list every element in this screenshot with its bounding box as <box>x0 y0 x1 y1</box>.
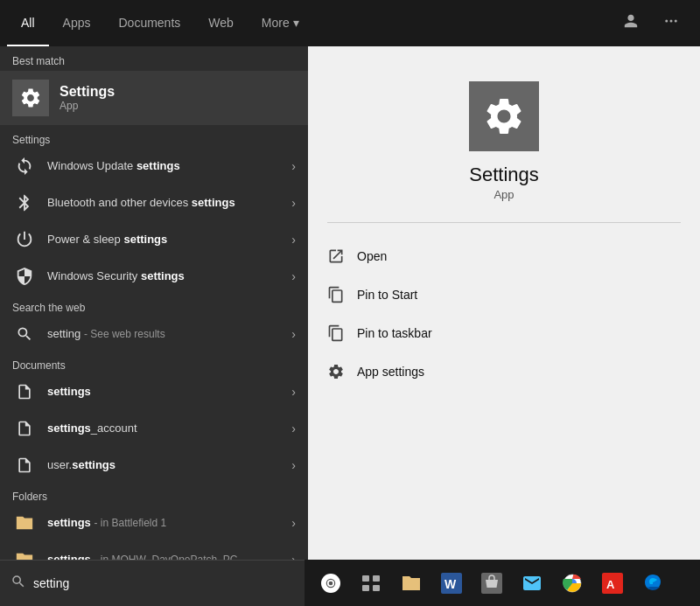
right-app-icon <box>469 81 539 151</box>
pin-taskbar-label: Pin to taskbar <box>357 326 432 340</box>
account-icon[interactable] <box>616 10 646 37</box>
right-app-type: App <box>494 188 514 201</box>
search-box[interactable]: setting <box>0 560 304 606</box>
nav-tabs: All Apps Documents Web More ▾ <box>7 0 616 46</box>
doc-icon <box>12 453 37 477</box>
mail-icon[interactable] <box>513 560 551 606</box>
open-action[interactable]: Open <box>326 237 682 275</box>
pin-to-taskbar-action[interactable]: Pin to taskbar <box>326 314 682 352</box>
doc-settings-account-text: settings_account <box>47 421 291 436</box>
edge-icon[interactable] <box>634 560 672 606</box>
best-match-label: Best match <box>0 46 308 71</box>
settings-section-label: Settings <box>0 127 308 148</box>
doc-icon <box>12 416 37 441</box>
web-section-label: Search the web <box>0 295 308 316</box>
update-icon <box>12 154 37 178</box>
pin-taskbar-icon <box>326 323 346 344</box>
doc-settings-row[interactable]: settings › <box>0 373 308 410</box>
pin-to-start-action[interactable]: Pin to Start <box>326 275 682 314</box>
top-nav: All Apps Documents Web More ▾ <box>0 0 700 46</box>
chevron-icon: › <box>291 159 296 173</box>
main-container: Best match Settings App Settings Wind <box>0 46 700 606</box>
doc-settings-account-row[interactable]: settings_account › <box>0 410 308 447</box>
search-box-icon <box>10 574 26 593</box>
settings-app-icon <box>12 80 49 116</box>
tab-web[interactable]: Web <box>194 0 248 46</box>
power-icon <box>12 227 37 252</box>
web-search-text: setting - See web results <box>47 327 291 342</box>
word-icon[interactable]: W <box>432 560 471 606</box>
power-text: Power & sleep settings <box>47 233 291 247</box>
divider <box>327 222 680 223</box>
windows-update-settings-row[interactable]: Windows Update settings › <box>0 148 308 185</box>
security-icon <box>12 264 37 289</box>
pin-start-label: Pin to Start <box>357 288 417 302</box>
app-settings-label: App settings <box>357 365 424 379</box>
security-text: Windows Security settings <box>47 269 291 284</box>
tab-documents[interactable]: Documents <box>104 0 194 46</box>
left-panel: Best match Settings App Settings Wind <box>0 46 308 606</box>
search-icon <box>12 322 37 346</box>
doc-user-settings-row[interactable]: user.settings › <box>0 447 308 484</box>
docs-section-label: Documents <box>0 352 308 373</box>
web-search-row[interactable]: setting - See web results › <box>0 316 308 352</box>
tab-all[interactable]: All <box>7 0 49 46</box>
chevron-icon: › <box>291 421 296 435</box>
svg-point-1 <box>670 20 673 23</box>
adobe-icon[interactable]: A <box>593 560 632 606</box>
taskbar-icons: W <box>304 560 672 606</box>
cortana-icon[interactable] <box>312 560 350 606</box>
store-icon[interactable] <box>472 560 511 606</box>
tab-apps[interactable]: Apps <box>49 0 105 46</box>
file-explorer-icon[interactable] <box>392 560 430 606</box>
bluetooth-text: Bluetooth and other devices settings <box>47 196 291 211</box>
search-input-value[interactable]: setting <box>33 576 294 590</box>
right-panel: Settings App Open Pin to Start <box>308 46 700 606</box>
chevron-icon: › <box>291 196 296 210</box>
chevron-icon: › <box>291 269 296 283</box>
more-options-icon[interactable] <box>656 10 686 37</box>
chevron-icon: › <box>291 516 296 530</box>
folder-battlefield-text: settings - in Battlefield 1 <box>47 516 291 531</box>
best-match-type: App <box>60 100 115 112</box>
doc-settings-text: settings <box>47 385 291 400</box>
power-sleep-settings-row[interactable]: Power & sleep settings › <box>0 221 308 258</box>
chevron-icon: › <box>291 327 296 341</box>
chevron-icon: › <box>291 458 296 472</box>
svg-rect-7 <box>362 585 369 591</box>
bluetooth-settings-row[interactable]: Bluetooth and other devices settings › <box>0 185 308 221</box>
pin-start-icon <box>326 284 346 305</box>
best-match-name: Settings <box>60 84 115 100</box>
taskbar: setting <box>0 560 700 606</box>
folder-battlefield-row[interactable]: settings - in Battlefield 1 › <box>0 505 308 541</box>
svg-rect-6 <box>373 575 380 582</box>
svg-rect-5 <box>362 575 369 582</box>
folder-icon <box>12 511 37 535</box>
right-actions: Open Pin to Start Pin to taskbar <box>308 237 700 391</box>
app-settings-action[interactable]: App settings <box>326 352 682 391</box>
windows-security-settings-row[interactable]: Windows Security settings › <box>0 258 308 295</box>
tab-more[interactable]: More ▾ <box>248 0 313 46</box>
svg-point-0 <box>665 20 668 23</box>
svg-point-4 <box>329 581 333 585</box>
best-match-settings[interactable]: Settings App <box>0 71 308 125</box>
bluetooth-icon <box>12 191 37 215</box>
folders-section-label: Folders <box>0 484 308 505</box>
svg-text:A: A <box>606 578 615 591</box>
right-app-name: Settings <box>469 164 539 186</box>
doc-user-settings-text: user.settings <box>47 458 291 473</box>
svg-point-2 <box>675 20 677 23</box>
chevron-icon: › <box>291 233 296 247</box>
task-view-icon[interactable] <box>352 560 390 606</box>
open-icon <box>326 246 346 267</box>
svg-text:W: W <box>444 577 457 591</box>
chrome-icon[interactable] <box>553 560 592 606</box>
open-label: Open <box>357 249 387 263</box>
chevron-icon: › <box>291 385 296 399</box>
doc-icon <box>12 380 37 404</box>
svg-rect-8 <box>373 585 380 591</box>
app-settings-icon <box>326 361 346 382</box>
windows-update-text: Windows Update settings <box>47 159 291 174</box>
nav-right-icons <box>616 10 686 37</box>
